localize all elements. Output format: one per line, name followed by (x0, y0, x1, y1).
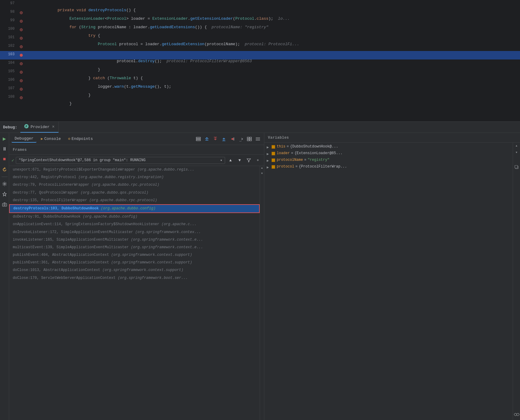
thread-down-btn[interactable]: ▼ (236, 157, 243, 164)
frame-item-12[interactable]: publishEvent:361, AbstractApplicationCon… (9, 259, 260, 266)
code-line-107: 107 } (0, 85, 520, 93)
var-expand-protocol[interactable]: ▶ (267, 165, 272, 170)
tab-endpoints[interactable]: ⚙ Endpoints (65, 135, 96, 142)
tab-console[interactable]: ▶ Console (38, 135, 64, 142)
frame-item-8[interactable]: doInvokeListener:172, SimpleApplicationE… (9, 229, 260, 236)
breakpoint-101[interactable] (18, 34, 24, 42)
frame-scrollbar[interactable]: ▲ ▼ (260, 166, 264, 420)
var-scroll-up[interactable]: ▲ (516, 144, 517, 147)
svg-rect-7 (196, 140, 200, 141)
breakpoint-107[interactable] (18, 85, 24, 93)
breakpoint-99[interactable] (18, 17, 24, 25)
breakpoint-104[interactable] (18, 59, 24, 68)
var-name-protocol: protocol (277, 164, 294, 169)
code-line-99: 99 for (String protocolName : loader.get… (0, 17, 520, 25)
frame-item-9[interactable]: invokeListener:165, SimpleApplicationEve… (9, 236, 260, 244)
line-number-107: 107 (0, 85, 18, 93)
frame-item-3[interactable]: destroy:77, QosProtocolWrapper (org.apac… (9, 189, 260, 197)
breakpoint-97[interactable] (18, 0, 24, 8)
svg-rect-12 (247, 139, 249, 141)
thread-checkbox[interactable]: ✓ (12, 158, 14, 163)
breakpoint-106[interactable] (18, 76, 24, 85)
frame-item-5[interactable]: destroyProtocols:103, DubboShutdownHook … (9, 204, 260, 213)
pause-button[interactable]: ⏸ (1, 146, 8, 152)
debug-bar: Debug: P Provider × (0, 121, 520, 133)
var-equals-protocol: = (296, 164, 298, 169)
frame-item-14[interactable]: doClose:170, ServletWebServerApplication… (9, 274, 260, 282)
var-icon-protocolname (272, 158, 275, 162)
threads-view-btn[interactable] (254, 135, 262, 143)
frame-item-6[interactable]: doDestroy:91, DubboShutdownHook (org.apa… (9, 213, 260, 221)
code-content-102: if (protocol != null) { (24, 42, 520, 51)
frame-list[interactable]: unexport:671, RegistryProtocol$ExporterC… (9, 166, 260, 420)
var-copy-btn[interactable] (515, 165, 519, 171)
resume-button[interactable]: ▶ (1, 135, 8, 142)
debugger-toolbar: Debugger ▶ Console ⚙ Endpoints (9, 133, 264, 145)
settings-button[interactable] (1, 181, 8, 187)
close-icon[interactable]: × (52, 124, 54, 129)
svg-point-2 (4, 183, 5, 185)
line-number-101: 101 (0, 34, 18, 42)
frame-item-1[interactable]: destroy:442, RegistryProtocol (org.apach… (9, 174, 260, 181)
thread-up-btn[interactable]: ▲ (227, 157, 234, 164)
var-right-panel: ▲ ▼ (513, 143, 520, 420)
var-expand-protocolname[interactable]: ▶ (267, 158, 272, 163)
step-over-btn[interactable] (203, 135, 210, 143)
scroll-up-btn[interactable]: ▲ (260, 166, 264, 170)
frame-item-10[interactable]: multicastEvent:139, SimpleApplicationEve… (9, 244, 260, 251)
var-item-loader: ▶ loader = {ExtensionLoader@85... (264, 151, 513, 157)
var-icon-this (272, 145, 275, 149)
breakpoint-103[interactable] (18, 51, 24, 59)
pin-button[interactable] (1, 191, 8, 198)
frame-item-11[interactable]: publishEvent:404, AbstractApplicationCon… (9, 251, 260, 259)
line-number-98: 98 (0, 8, 18, 17)
code-content-103: protocol.destroy(); protocol: ProtocolFi… (24, 51, 520, 59)
code-content-100: try { (24, 25, 520, 34)
thread-dropdown[interactable]: "SpringContextShutdownHook"@7,586 in gro… (16, 157, 225, 164)
code-content-97: private void destroyProtocols() { (24, 0, 520, 8)
var-value-loader: {ExtensionLoader@85... (294, 151, 342, 155)
breakpoint-108[interactable] (18, 93, 24, 102)
breakpoint-105[interactable] (18, 68, 24, 76)
frame-item-0[interactable]: unexport:671, RegistryProtocol$ExporterC… (9, 166, 260, 174)
var-expand-this[interactable]: ▶ (267, 145, 272, 150)
line-number-108: 108 (0, 93, 18, 102)
evaluate-btn[interactable]: _ (237, 135, 245, 143)
frame-item-7[interactable]: onApplicationEvent:114, SpringExtensionF… (9, 221, 260, 228)
var-icon-loader (272, 152, 275, 155)
svg-text:P: P (26, 125, 27, 128)
frames-header-label: Frames (13, 148, 27, 152)
run-to-cursor-btn[interactable] (229, 135, 236, 143)
svg-rect-11 (250, 137, 251, 139)
step-into-btn[interactable] (212, 135, 219, 143)
step-out-btn[interactable] (220, 135, 227, 143)
code-content-106: logger.warn(t.getMessage(), t); (24, 76, 520, 85)
code-content-99: for (String protocolName : loader.getLoa… (24, 17, 520, 25)
scroll-down-btn[interactable]: ▼ (260, 171, 264, 176)
thread-filter-btn[interactable] (245, 157, 252, 164)
provider-tab[interactable]: P Provider × (20, 122, 59, 133)
var-scroll-down[interactable]: ▼ (516, 151, 517, 154)
watch-icon[interactable] (514, 413, 519, 418)
frame-item-2[interactable]: destroy:79, ProtocolListenerWrapper (org… (9, 181, 260, 189)
frames-header: Frames (9, 145, 264, 155)
frame-item-4[interactable]: destroy:135, ProtocolFilterWrapper (org.… (9, 197, 260, 204)
breakpoint-100[interactable] (18, 25, 24, 34)
svg-point-4 (4, 204, 5, 206)
frames-view-btn[interactable] (246, 135, 253, 143)
tab-debugger[interactable]: Debugger (12, 135, 36, 143)
frame-item-13[interactable]: doClose:1013, AbstractApplicationContext… (9, 266, 260, 274)
snapshot-button[interactable] (1, 201, 8, 208)
tab-debugger-label: Debugger (15, 136, 33, 141)
rerun-button[interactable] (1, 166, 8, 173)
var-expand-loader[interactable]: ▶ (267, 152, 272, 156)
show-frames-btn[interactable] (195, 135, 202, 143)
breakpoint-102[interactable] (18, 42, 24, 51)
provider-tab-label: Provider (31, 125, 50, 129)
var-equals-this: = (287, 144, 289, 149)
var-value-protocol: {ProtocolFilterWrap... (299, 164, 347, 169)
line-number-97: 97 (0, 0, 18, 8)
thread-add-btn[interactable]: + (254, 157, 262, 164)
stop-button[interactable]: ■ (1, 156, 8, 163)
breakpoint-98[interactable] (18, 8, 24, 17)
